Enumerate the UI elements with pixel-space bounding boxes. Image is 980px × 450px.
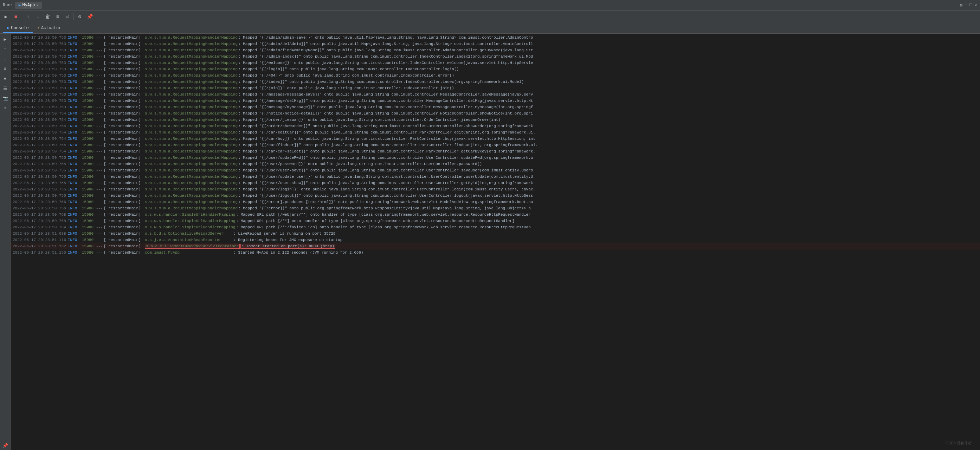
log-thread: [ restartedMain] [104,41,144,47]
log-class: s.w.s.m.m.a.RequestMappingHandlerMapping [145,161,238,167]
log-message: : Started MyApp in 2.122 seconds (JVM ru… [234,249,978,256]
log-level: INFO [68,161,81,167]
log-level: INFO [68,205,81,211]
log-level: INFO [68,243,81,249]
log-line: 2022-06-17 20:28:50.755INFO15980---[ res… [11,161,980,167]
sidebar-filter-button[interactable]: ⊗ [1,65,10,73]
log-message: : Mapped "{[/car/editCar]}" onto public … [238,129,978,136]
log-container[interactable]: 2022-06-17 20:28:50.753INFO15980---[ res… [11,34,980,450]
log-timestamp: 2022-06-17 20:28:50.753 [13,79,67,85]
log-message: : Mapped "{[/message/myMessage]}" onto p… [238,104,978,110]
log-message: : Tomcat started on port(s): 8080 (http) [240,243,978,249]
log-thread: [ restartedMain] [104,72,144,79]
title-bar: Run: ▶ MyApp ✕ ⚙ ─ □ ✕ [0,0,980,11]
sidebar-pin-button[interactable]: 📌 [1,442,10,450]
sidebar-filter2-button[interactable]: ≡ [1,74,10,83]
log-message: : Mapped "{[/error],produces=[text/html]… [238,199,978,205]
log-pid: 15980 [82,72,95,79]
log-separator: --- [96,211,103,218]
log-level: INFO [68,35,81,41]
log-timestamp: 2022-06-17 20:28:50.753 [13,98,67,104]
log-pid: 15980 [82,174,95,180]
clear-button[interactable]: 🗑 [43,12,52,21]
rerun-button[interactable]: ▶ [2,12,11,21]
pin-button[interactable]: 📌 [85,12,94,21]
maximize-icon[interactable]: □ [969,2,972,8]
run-tab[interactable]: ▶ MyApp ✕ [15,2,42,9]
log-level: INFO [68,47,81,53]
settings-button[interactable]: ⚙ [75,12,84,21]
scroll-down-button[interactable]: ↓ [33,12,43,21]
log-level: INFO [68,180,81,186]
tab-bar: ▶ Console ⚡ Actuator [0,23,980,34]
settings-icon[interactable]: ⚙ [960,2,963,8]
tab-actuator[interactable]: ⚡ Actuator [33,24,66,33]
log-timestamp: 2022-06-17 20:28:50.755 [13,161,67,167]
filter-button[interactable]: ≡ [53,12,62,21]
sidebar-export-button[interactable]: ⬆ [1,104,10,112]
log-timestamp: 2022-06-17 20:28:50.753 [13,60,67,66]
log-thread: [ restartedMain] [104,53,144,60]
sidebar-up-button[interactable]: ↑ [1,45,10,53]
log-line: 2022-06-17 20:28:50.753INFO15980---[ res… [11,60,980,66]
log-line: 2022-06-17 20:28:50.755INFO15980---[ res… [11,186,980,193]
log-thread: [ restartedMain] [104,193,144,199]
log-level: INFO [68,123,81,129]
log-message: : Mapped "{[/user/updatePwd]}" onto publ… [238,155,978,161]
word-wrap-button[interactable]: ⏎ [63,12,72,21]
log-class: s.w.s.m.m.a.RequestMappingHandlerMapping [145,123,238,129]
log-separator: --- [96,237,103,243]
log-thread: [ restartedMain] [104,243,144,249]
log-separator: --- [96,110,103,117]
log-pid: 15980 [82,186,95,193]
log-message: : Mapped "{[/order/jiesuan]}" onto publi… [238,117,978,123]
log-class: s.w.s.m.m.a.RequestMappingHandlerMapping [145,66,238,72]
log-line: 2022-06-17 20:28:50.755INFO15980---[ res… [11,174,980,180]
log-level: INFO [68,98,81,104]
minimize-icon[interactable]: ─ [965,2,968,8]
log-line: 2022-06-17 20:28:50.755INFO15980---[ res… [11,155,980,161]
log-class: s.w.s.m.m.a.RequestMappingHandlerMapping [145,60,238,66]
log-timestamp: 2022-06-17 20:28:50.754 [13,117,67,123]
log-message: : Mapped "{[/car/buy]}" onto public java… [238,136,978,142]
log-class: s.w.s.m.m.a.RequestMappingHandlerMapping [145,205,238,211]
console-area: 2022-06-17 20:28:50.753INFO15980---[ res… [11,34,980,450]
log-line: 2022-06-17 20:28:51.155INFO15980---[ res… [11,249,980,256]
log-message: : Mapped "{[/car/findCar]}" onto public … [238,142,978,148]
log-pid: 15980 [82,53,95,60]
sidebar-camera-button[interactable]: 📷 [1,94,10,103]
sidebar-down-button[interactable]: ↓ [1,55,10,63]
left-sidebar: ▶ ↑ ↓ ⊗ ≡ ☰ 📷 ⬆ 📌 [0,34,11,450]
log-pid: 15980 [82,167,95,174]
log-line: 2022-06-17 20:28:50.753INFO15980---[ res… [11,91,980,98]
log-thread: [ restartedMain] [104,155,144,161]
log-pid: 15980 [82,79,95,85]
log-message: : Mapped "{[/message/message-save]}" ont… [238,91,978,98]
tab-console[interactable]: ▶ Console [3,24,33,33]
scroll-up-button[interactable]: ↑ [24,12,33,21]
log-timestamp: 2022-06-17 20:28:50.754 [13,110,67,117]
log-separator: --- [96,224,103,230]
log-class: s.w.s.m.m.a.RequestMappingHandlerMapping [145,180,238,186]
log-level: INFO [68,155,81,161]
sidebar-play-button[interactable]: ▶ [1,35,10,44]
log-line: 2022-06-17 20:28:50.755INFO15980---[ res… [11,167,980,174]
log-timestamp: 2022-06-17 20:28:50.784 [13,224,67,230]
log-separator: --- [96,148,103,155]
log-timestamp: 2022-06-17 20:28:51.116 [13,237,67,243]
log-pid: 15980 [82,136,95,142]
log-class: s.w.s.m.m.a.RequestMappingHandlerMapping [145,117,238,123]
log-thread: [ restartedMain] [104,218,144,224]
actuator-label: Actuator [41,25,62,30]
log-pid: 15980 [82,155,95,161]
sidebar-list-button[interactable]: ☰ [1,84,10,93]
close-tab-icon[interactable]: ✕ [36,3,38,7]
watermark: CSDN博客作者： [945,440,976,446]
stop-button[interactable]: ■ [11,12,21,21]
log-line: 2022-06-17 20:28:50.784INFO15980---[ res… [11,224,980,230]
log-class: s.w.s.m.m.a.RequestMappingHandlerMapping [145,174,238,180]
log-level: INFO [68,53,81,60]
window-close-icon[interactable]: ✕ [974,2,977,8]
log-pid: 15980 [82,193,95,199]
log-message: : Mapped "{[/admin/findAdminByName]}" on… [238,47,978,53]
